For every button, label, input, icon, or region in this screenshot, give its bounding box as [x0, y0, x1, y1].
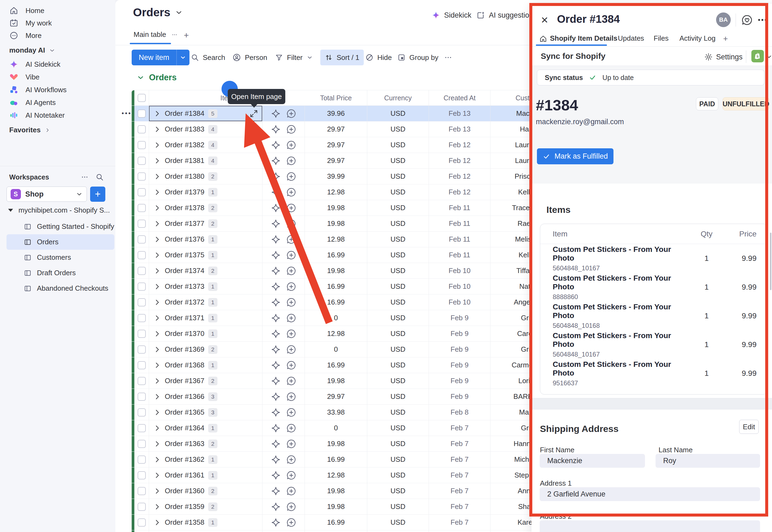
expand-row-chevron-icon[interactable] [153, 283, 161, 290]
tab-main-table[interactable]: Main table [133, 30, 178, 39]
order-name[interactable]: Order #1383 [165, 125, 205, 133]
currency-cell[interactable]: USD [367, 357, 429, 373]
favorites-section[interactable]: Favorites [9, 126, 50, 134]
last-name-field[interactable]: Roy [656, 454, 760, 468]
total-price-cell[interactable]: 19.98 [305, 499, 367, 514]
order-name[interactable]: Order #1374 [165, 267, 205, 275]
sidekick-button[interactable]: Sidekick [432, 11, 471, 20]
row-checkbox[interactable] [138, 283, 146, 291]
sidebar-board-getting-started[interactable]: Getting Started - Shopify [7, 219, 114, 234]
filter-button[interactable]: Filter [271, 50, 317, 65]
currency-cell[interactable]: USD [367, 310, 429, 326]
currency-cell[interactable]: USD [367, 137, 429, 153]
ai-sparkle-icon[interactable] [271, 109, 281, 118]
row-checkbox[interactable] [138, 471, 146, 479]
expand-row-chevron-icon[interactable] [153, 299, 161, 306]
row-checkbox[interactable] [138, 235, 146, 243]
created-at-cell[interactable]: Feb 11 [429, 200, 490, 216]
add-update-icon[interactable] [286, 171, 296, 182]
order-name[interactable]: Order #1368 [165, 361, 205, 369]
order-name[interactable]: Order #1362 [165, 455, 205, 464]
order-name[interactable]: Order #1382 [165, 141, 205, 149]
total-price-cell[interactable]: 19.98 [305, 436, 367, 451]
sidebar-board-abandoned-checkouts[interactable]: Abandoned Checkouts [7, 281, 114, 296]
table-row[interactable]: Order #1366329.97USDFeb 9BARBARA [132, 389, 570, 405]
currency-cell[interactable]: USD [367, 200, 429, 216]
add-update-icon[interactable] [286, 407, 296, 418]
created-at-cell[interactable]: Feb 8 [429, 405, 490, 420]
table-row[interactable]: Order #136920USDFeb 9Griffin [132, 342, 570, 357]
currency-cell[interactable]: USD [367, 389, 429, 404]
table-row[interactable]: Order #136410USDFeb 7Griffin [132, 420, 570, 436]
created-at-cell[interactable]: Feb 9 [429, 389, 490, 404]
total-price-cell[interactable]: 16.99 [305, 279, 367, 294]
currency-cell[interactable]: USD [367, 452, 429, 467]
first-name-field[interactable]: Mackenzie [540, 454, 645, 468]
sidebar-item-ai-notetaker[interactable]: AI Notetaker [4, 109, 111, 121]
sidebar-board-draft-orders[interactable]: Draft Orders [7, 265, 114, 281]
address1-field[interactable]: 2 Garfield Avenue [540, 487, 760, 501]
ai-sparkle-icon[interactable] [271, 376, 281, 386]
sidebar-item-more[interactable]: More [4, 29, 111, 42]
currency-cell[interactable]: USD [367, 263, 429, 278]
shopify-icon[interactable]: S [751, 50, 764, 62]
add-update-icon[interactable] [286, 423, 296, 433]
add-update-icon[interactable] [286, 344, 296, 355]
created-at-cell[interactable]: Feb 11 [429, 247, 490, 263]
total-price-cell[interactable]: 16.99 [305, 452, 367, 467]
total-price-cell[interactable]: 12.98 [305, 326, 367, 341]
ai-suggestions-button[interactable]: AI suggestions [476, 11, 537, 20]
expand-row-chevron-icon[interactable] [153, 377, 161, 385]
order-name[interactable]: Order #1380 [165, 172, 205, 181]
mark-as-fulfilled-button[interactable]: Mark as Fulfilled [537, 148, 614, 164]
tab-shopify-item-details[interactable]: Shopify Item Details [550, 34, 618, 43]
table-row[interactable]: Order #1376112.98USDFeb 11Melissa V [132, 232, 570, 247]
monday-ai-section[interactable]: monday AI [9, 46, 55, 55]
page-title[interactable]: Orders [133, 6, 183, 19]
ai-sparkle-icon[interactable] [271, 518, 281, 527]
edit-shipping-button[interactable]: Edit [739, 420, 759, 434]
ai-sparkle-icon[interactable] [271, 486, 281, 496]
created-at-cell[interactable]: Feb 9 [429, 357, 490, 373]
table-row[interactable]: Order #1361112.98USDFeb 7Stephanie [132, 467, 570, 483]
row-checkbox[interactable] [138, 345, 146, 354]
currency-cell[interactable]: USD [367, 294, 429, 310]
order-name[interactable]: Order #1366 [165, 392, 205, 401]
table-row[interactable]: Order #1370112.98USDFeb 9Caressa [132, 326, 570, 342]
row-checkbox[interactable] [138, 267, 146, 275]
ai-sparkle-icon[interactable] [271, 266, 281, 276]
row-checkbox[interactable] [138, 424, 146, 432]
order-name[interactable]: Order #1358 [165, 518, 205, 527]
order-name[interactable]: Order #1360 [165, 487, 205, 495]
expand-row-chevron-icon[interactable] [153, 141, 161, 149]
total-price-cell[interactable]: 12.98 [305, 184, 367, 200]
panel-options-icon[interactable]: ••• [758, 16, 768, 24]
add-update-icon[interactable] [286, 297, 296, 307]
ai-sparkle-icon[interactable] [271, 297, 281, 307]
person-filter-button[interactable]: Person [228, 50, 272, 65]
table-row[interactable]: Order #1380239.99USDFeb 12Priscilla C [132, 169, 570, 184]
column-header-total-price[interactable]: Total Price [305, 90, 367, 105]
add-update-icon[interactable] [286, 313, 296, 323]
group-by-button[interactable]: Group by [393, 50, 443, 65]
created-at-cell[interactable]: Feb 12 [429, 169, 490, 184]
table-row[interactable]: Order #1379112.98USDFeb 12Kellie C [132, 184, 570, 200]
add-update-icon[interactable] [286, 250, 296, 260]
expand-row-chevron-icon[interactable] [153, 456, 161, 463]
add-update-icon[interactable] [286, 502, 296, 512]
add-workspace-item-button[interactable]: + [90, 187, 105, 202]
table-row[interactable]: Order #1358116.99USDFeb 7Karen K [132, 515, 570, 530]
order-name[interactable]: Order #1378 [165, 204, 205, 212]
ai-sparkle-icon[interactable] [271, 408, 281, 417]
row-checkbox[interactable] [138, 377, 146, 385]
add-update-icon[interactable] [286, 454, 296, 465]
expand-row-chevron-icon[interactable] [153, 204, 161, 212]
currency-cell[interactable]: USD [367, 373, 429, 389]
search-button[interactable]: Search [186, 50, 230, 65]
sidebar-item-ai-workflows[interactable]: AI Workflows [4, 84, 111, 96]
created-at-cell[interactable]: Feb 9 [429, 326, 490, 341]
total-price-cell[interactable]: 19.98 [305, 216, 367, 231]
column-header-currency[interactable]: Currency [367, 90, 429, 105]
total-price-cell[interactable]: 0 [305, 342, 367, 357]
currency-cell[interactable]: USD [367, 499, 429, 514]
